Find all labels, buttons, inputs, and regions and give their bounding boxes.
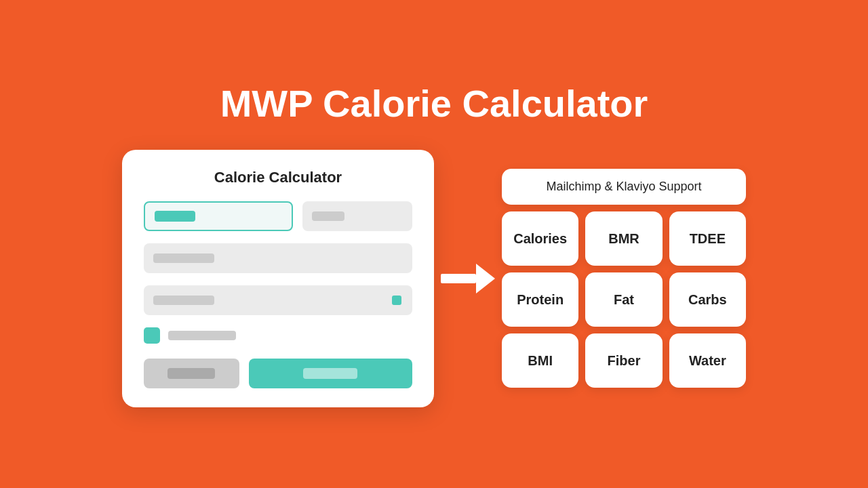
calculator-title: Calorie Calculator bbox=[144, 169, 412, 186]
mailchimp-klaviyo-card: Mailchimp & Klaviyo Support bbox=[502, 169, 746, 205]
input-field-primary[interactable] bbox=[144, 201, 293, 231]
main-content: Calorie Calculator bbox=[122, 150, 746, 407]
arrow-right-icon bbox=[441, 264, 495, 293]
input-full-toggle-bar bbox=[153, 296, 214, 305]
input-field-secondary-bar bbox=[312, 211, 344, 221]
secondary-button[interactable] bbox=[144, 359, 239, 388]
result-cell-bmi: BMI bbox=[502, 333, 578, 388]
primary-button[interactable] bbox=[249, 359, 412, 388]
calculator-card: Calorie Calculator bbox=[122, 150, 434, 407]
result-cell-fiber: Fiber bbox=[585, 333, 662, 388]
input-field-primary-bar bbox=[155, 211, 195, 222]
checkbox[interactable] bbox=[144, 327, 160, 344]
results-grid: Calories BMR TDEE Protein Fat Carbs BMI … bbox=[502, 211, 746, 388]
input-full-toggle[interactable] bbox=[144, 285, 412, 315]
input-row-1 bbox=[144, 201, 412, 231]
result-cell-protein: Protein bbox=[502, 272, 578, 327]
checkbox-label bbox=[168, 331, 236, 340]
arrow-head bbox=[476, 264, 495, 293]
button-row bbox=[144, 359, 412, 388]
secondary-button-bar bbox=[167, 368, 215, 379]
primary-button-bar bbox=[303, 368, 357, 379]
input-full-1[interactable] bbox=[144, 243, 412, 273]
page-title: MWP Calorie Calculator bbox=[220, 81, 648, 125]
arrow-shaft bbox=[441, 274, 476, 283]
result-cell-bmr: BMR bbox=[585, 211, 662, 266]
toggle-dot bbox=[392, 296, 401, 305]
results-panel: Mailchimp & Klaviyo Support Calories BMR… bbox=[502, 169, 746, 388]
result-cell-tdee: TDEE bbox=[669, 211, 746, 266]
input-full-1-bar bbox=[153, 253, 214, 263]
checkbox-row[interactable] bbox=[144, 327, 412, 344]
result-cell-fat: Fat bbox=[585, 272, 662, 327]
arrow-container bbox=[434, 264, 502, 293]
result-cell-calories: Calories bbox=[502, 211, 578, 266]
result-cell-water: Water bbox=[669, 333, 746, 388]
input-field-secondary[interactable] bbox=[302, 201, 412, 231]
result-cell-carbs: Carbs bbox=[669, 272, 746, 327]
